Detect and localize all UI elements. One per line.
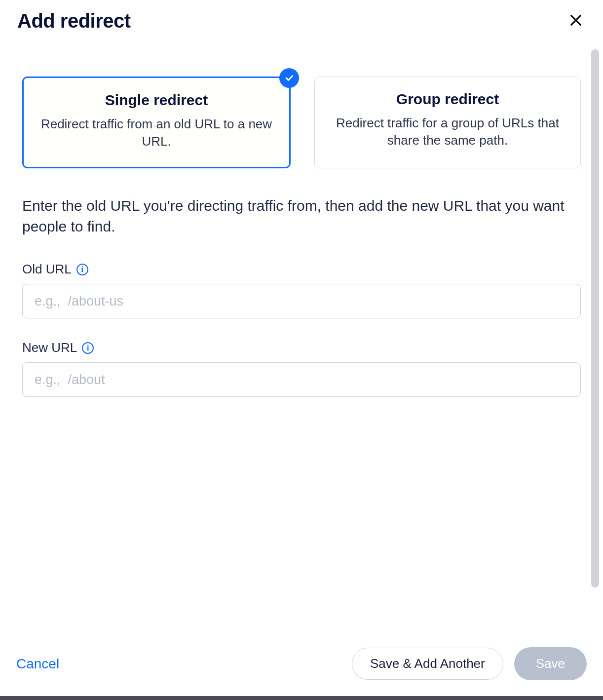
bottom-border [0, 696, 603, 700]
save-add-another-button[interactable]: Save & Add Another [352, 648, 503, 680]
old-url-label-text: Old URL [22, 262, 72, 277]
instruction-text: Enter the old URL you're directing traff… [22, 195, 581, 237]
single-redirect-desc: Redirect traffic from an old URL to a ne… [40, 116, 272, 150]
selected-badge [279, 68, 299, 88]
save-button[interactable]: Save [514, 647, 587, 680]
dialog-title: Add redirect [17, 10, 131, 32]
add-redirect-dialog: Add redirect Single redire [0, 0, 603, 700]
footer-right-actions: Save & Add Another Save [352, 647, 587, 680]
group-redirect-option[interactable]: Group redirect Redirect traffic for a gr… [314, 77, 581, 168]
group-redirect-desc: Redirect traffic for a group of URLs tha… [332, 115, 564, 149]
info-icon[interactable]: i [82, 342, 94, 354]
close-icon [569, 13, 583, 27]
close-button[interactable] [566, 10, 586, 30]
info-icon[interactable]: i [76, 264, 88, 275]
check-icon [284, 73, 294, 83]
scrollbar[interactable] [591, 49, 599, 587]
new-url-input[interactable] [22, 362, 581, 397]
new-url-label-text: New URL [22, 340, 77, 355]
dialog-footer: Cancel Save & Add Another Save [0, 636, 603, 691]
redirect-type-options: Single redirect Redirect traffic from an… [22, 77, 581, 168]
new-url-field-group: New URL i [22, 340, 581, 397]
single-redirect-title: Single redirect [40, 92, 272, 109]
old-url-field-group: Old URL i [22, 262, 581, 318]
dialog-header: Add redirect [0, 0, 603, 32]
group-redirect-title: Group redirect [332, 91, 564, 108]
old-url-input[interactable] [22, 284, 581, 318]
dialog-body: Single redirect Redirect traffic from an… [0, 49, 603, 638]
new-url-label: New URL i [22, 340, 94, 355]
cancel-button[interactable]: Cancel [16, 656, 59, 672]
single-redirect-option[interactable]: Single redirect Redirect traffic from an… [22, 77, 291, 168]
old-url-label: Old URL i [22, 262, 88, 277]
